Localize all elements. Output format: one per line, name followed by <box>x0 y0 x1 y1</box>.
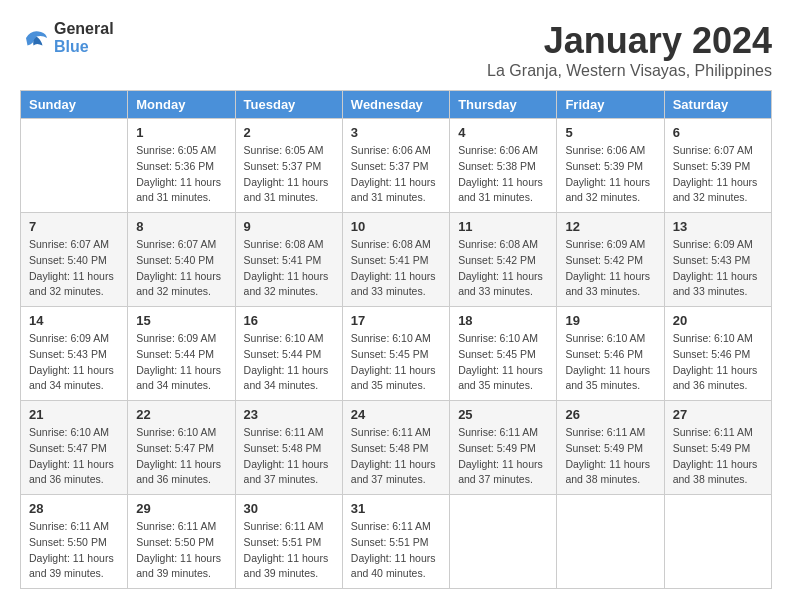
day-number: 5 <box>565 125 655 140</box>
calendar-cell <box>557 495 664 589</box>
day-number: 11 <box>458 219 548 234</box>
calendar-week-row: 1Sunrise: 6:05 AMSunset: 5:36 PMDaylight… <box>21 119 772 213</box>
calendar-cell: 16Sunrise: 6:10 AMSunset: 5:44 PMDayligh… <box>235 307 342 401</box>
calendar-cell: 31Sunrise: 6:11 AMSunset: 5:51 PMDayligh… <box>342 495 449 589</box>
calendar-cell: 14Sunrise: 6:09 AMSunset: 5:43 PMDayligh… <box>21 307 128 401</box>
calendar-cell: 21Sunrise: 6:10 AMSunset: 5:47 PMDayligh… <box>21 401 128 495</box>
day-number: 4 <box>458 125 548 140</box>
calendar-week-row: 28Sunrise: 6:11 AMSunset: 5:50 PMDayligh… <box>21 495 772 589</box>
day-info: Sunrise: 6:11 AMSunset: 5:49 PMDaylight:… <box>565 425 655 488</box>
calendar-week-row: 21Sunrise: 6:10 AMSunset: 5:47 PMDayligh… <box>21 401 772 495</box>
day-info: Sunrise: 6:11 AMSunset: 5:51 PMDaylight:… <box>351 519 441 582</box>
calendar-table: SundayMondayTuesdayWednesdayThursdayFrid… <box>20 90 772 589</box>
day-number: 18 <box>458 313 548 328</box>
calendar-cell: 20Sunrise: 6:10 AMSunset: 5:46 PMDayligh… <box>664 307 771 401</box>
day-number: 21 <box>29 407 119 422</box>
day-number: 10 <box>351 219 441 234</box>
calendar-cell: 7Sunrise: 6:07 AMSunset: 5:40 PMDaylight… <box>21 213 128 307</box>
calendar-cell: 19Sunrise: 6:10 AMSunset: 5:46 PMDayligh… <box>557 307 664 401</box>
calendar-cell: 17Sunrise: 6:10 AMSunset: 5:45 PMDayligh… <box>342 307 449 401</box>
day-info: Sunrise: 6:10 AMSunset: 5:46 PMDaylight:… <box>565 331 655 394</box>
calendar-cell: 12Sunrise: 6:09 AMSunset: 5:42 PMDayligh… <box>557 213 664 307</box>
day-info: Sunrise: 6:10 AMSunset: 5:45 PMDaylight:… <box>458 331 548 394</box>
day-info: Sunrise: 6:05 AMSunset: 5:37 PMDaylight:… <box>244 143 334 206</box>
title-section: January 2024 La Granja, Western Visayas,… <box>487 20 772 80</box>
day-info: Sunrise: 6:11 AMSunset: 5:51 PMDaylight:… <box>244 519 334 582</box>
calendar-cell: 3Sunrise: 6:06 AMSunset: 5:37 PMDaylight… <box>342 119 449 213</box>
calendar-cell: 4Sunrise: 6:06 AMSunset: 5:38 PMDaylight… <box>450 119 557 213</box>
day-number: 20 <box>673 313 763 328</box>
logo: General Blue <box>20 20 114 56</box>
calendar-cell: 15Sunrise: 6:09 AMSunset: 5:44 PMDayligh… <box>128 307 235 401</box>
day-number: 19 <box>565 313 655 328</box>
day-info: Sunrise: 6:10 AMSunset: 5:47 PMDaylight:… <box>136 425 226 488</box>
logo-text: General Blue <box>54 20 114 56</box>
day-number: 23 <box>244 407 334 422</box>
calendar-cell: 9Sunrise: 6:08 AMSunset: 5:41 PMDaylight… <box>235 213 342 307</box>
day-number: 27 <box>673 407 763 422</box>
day-info: Sunrise: 6:08 AMSunset: 5:41 PMDaylight:… <box>351 237 441 300</box>
day-number: 8 <box>136 219 226 234</box>
day-number: 13 <box>673 219 763 234</box>
day-number: 28 <box>29 501 119 516</box>
day-number: 31 <box>351 501 441 516</box>
calendar-week-row: 7Sunrise: 6:07 AMSunset: 5:40 PMDaylight… <box>21 213 772 307</box>
day-info: Sunrise: 6:05 AMSunset: 5:36 PMDaylight:… <box>136 143 226 206</box>
day-number: 26 <box>565 407 655 422</box>
day-number: 22 <box>136 407 226 422</box>
calendar-cell: 11Sunrise: 6:08 AMSunset: 5:42 PMDayligh… <box>450 213 557 307</box>
day-number: 6 <box>673 125 763 140</box>
calendar-week-row: 14Sunrise: 6:09 AMSunset: 5:43 PMDayligh… <box>21 307 772 401</box>
day-info: Sunrise: 6:09 AMSunset: 5:43 PMDaylight:… <box>673 237 763 300</box>
day-number: 1 <box>136 125 226 140</box>
day-info: Sunrise: 6:10 AMSunset: 5:46 PMDaylight:… <box>673 331 763 394</box>
calendar-cell: 18Sunrise: 6:10 AMSunset: 5:45 PMDayligh… <box>450 307 557 401</box>
calendar-cell: 23Sunrise: 6:11 AMSunset: 5:48 PMDayligh… <box>235 401 342 495</box>
calendar-cell: 27Sunrise: 6:11 AMSunset: 5:49 PMDayligh… <box>664 401 771 495</box>
day-info: Sunrise: 6:07 AMSunset: 5:40 PMDaylight:… <box>136 237 226 300</box>
calendar-cell: 10Sunrise: 6:08 AMSunset: 5:41 PMDayligh… <box>342 213 449 307</box>
calendar-cell: 1Sunrise: 6:05 AMSunset: 5:36 PMDaylight… <box>128 119 235 213</box>
day-number: 16 <box>244 313 334 328</box>
day-info: Sunrise: 6:11 AMSunset: 5:48 PMDaylight:… <box>351 425 441 488</box>
day-number: 29 <box>136 501 226 516</box>
calendar-cell: 28Sunrise: 6:11 AMSunset: 5:50 PMDayligh… <box>21 495 128 589</box>
weekday-header-row: SundayMondayTuesdayWednesdayThursdayFrid… <box>21 91 772 119</box>
weekday-header-friday: Friday <box>557 91 664 119</box>
day-number: 24 <box>351 407 441 422</box>
day-number: 25 <box>458 407 548 422</box>
calendar-cell: 13Sunrise: 6:09 AMSunset: 5:43 PMDayligh… <box>664 213 771 307</box>
calendar-cell: 22Sunrise: 6:10 AMSunset: 5:47 PMDayligh… <box>128 401 235 495</box>
day-info: Sunrise: 6:10 AMSunset: 5:45 PMDaylight:… <box>351 331 441 394</box>
weekday-header-saturday: Saturday <box>664 91 771 119</box>
day-info: Sunrise: 6:10 AMSunset: 5:44 PMDaylight:… <box>244 331 334 394</box>
day-number: 9 <box>244 219 334 234</box>
calendar-cell <box>21 119 128 213</box>
logo-icon <box>20 23 50 53</box>
calendar-cell <box>664 495 771 589</box>
calendar-cell: 25Sunrise: 6:11 AMSunset: 5:49 PMDayligh… <box>450 401 557 495</box>
day-number: 7 <box>29 219 119 234</box>
day-info: Sunrise: 6:11 AMSunset: 5:50 PMDaylight:… <box>136 519 226 582</box>
calendar-cell: 5Sunrise: 6:06 AMSunset: 5:39 PMDaylight… <box>557 119 664 213</box>
day-info: Sunrise: 6:06 AMSunset: 5:39 PMDaylight:… <box>565 143 655 206</box>
day-info: Sunrise: 6:11 AMSunset: 5:49 PMDaylight:… <box>673 425 763 488</box>
day-info: Sunrise: 6:11 AMSunset: 5:50 PMDaylight:… <box>29 519 119 582</box>
day-number: 14 <box>29 313 119 328</box>
day-info: Sunrise: 6:09 AMSunset: 5:43 PMDaylight:… <box>29 331 119 394</box>
month-title: January 2024 <box>487 20 772 62</box>
weekday-header-thursday: Thursday <box>450 91 557 119</box>
page-header: General Blue January 2024 La Granja, Wes… <box>20 20 772 80</box>
day-info: Sunrise: 6:06 AMSunset: 5:37 PMDaylight:… <box>351 143 441 206</box>
day-info: Sunrise: 6:11 AMSunset: 5:48 PMDaylight:… <box>244 425 334 488</box>
calendar-cell: 29Sunrise: 6:11 AMSunset: 5:50 PMDayligh… <box>128 495 235 589</box>
weekday-header-tuesday: Tuesday <box>235 91 342 119</box>
day-info: Sunrise: 6:06 AMSunset: 5:38 PMDaylight:… <box>458 143 548 206</box>
day-info: Sunrise: 6:07 AMSunset: 5:40 PMDaylight:… <box>29 237 119 300</box>
calendar-cell <box>450 495 557 589</box>
day-info: Sunrise: 6:08 AMSunset: 5:42 PMDaylight:… <box>458 237 548 300</box>
calendar-cell: 24Sunrise: 6:11 AMSunset: 5:48 PMDayligh… <box>342 401 449 495</box>
calendar-cell: 30Sunrise: 6:11 AMSunset: 5:51 PMDayligh… <box>235 495 342 589</box>
weekday-header-wednesday: Wednesday <box>342 91 449 119</box>
day-info: Sunrise: 6:07 AMSunset: 5:39 PMDaylight:… <box>673 143 763 206</box>
